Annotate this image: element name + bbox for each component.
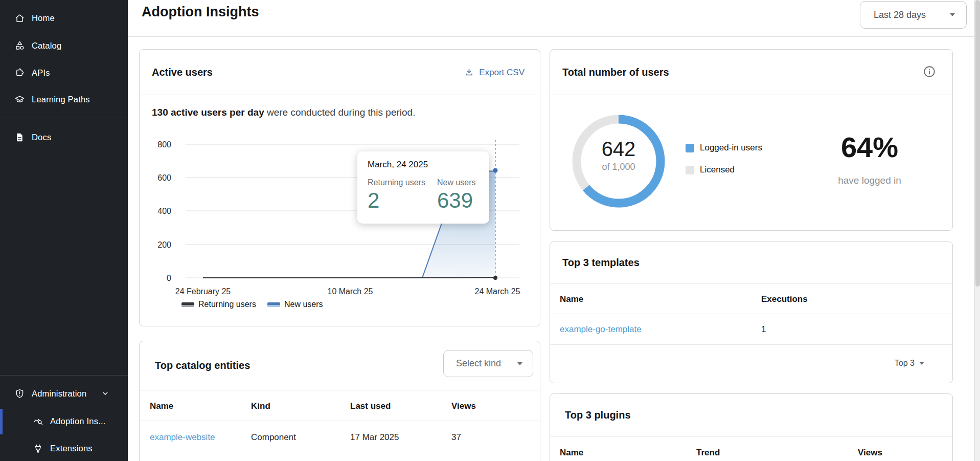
sidebar-item-label: Learning Paths	[32, 95, 90, 104]
tooltip-new-users: New users 639	[437, 178, 476, 213]
pagination-label: Top 3	[895, 359, 915, 368]
sidebar-item-label: Home	[32, 13, 55, 23]
x-axis-labels: 24 February 25 10 March 25 24 March 25	[175, 287, 520, 296]
entity-views: 37	[451, 432, 461, 443]
svg-text:800: 800	[157, 140, 171, 149]
entity-last-used: 17 Mar 2025	[350, 432, 399, 443]
sidebar-item-docs[interactable]: Docs	[0, 126, 128, 148]
template-executions: 1	[761, 324, 766, 335]
tooltip-value: 639	[437, 188, 476, 213]
row-divider	[140, 452, 540, 452]
svg-text:24 February 25: 24 February 25	[175, 287, 231, 296]
select-caret-icon	[950, 13, 955, 16]
sidebar-item-extensions[interactable]: Extensions	[0, 437, 128, 459]
info-icon[interactable]	[923, 65, 936, 78]
sidebar-item-label: Extensions	[50, 444, 93, 453]
select-caret-icon	[919, 362, 924, 365]
sidebar-item-apis[interactable]: APIs	[0, 61, 128, 84]
card-header: Top 3 templates	[550, 242, 952, 283]
sidebar-item-label: Docs	[32, 133, 51, 142]
page-title: Adoption Insights	[142, 4, 259, 20]
apis-icon	[14, 68, 25, 78]
column-header-kind: Kind	[251, 401, 270, 411]
entity-link[interactable]: example-website	[150, 432, 215, 443]
column-header-name: Name	[560, 448, 583, 458]
legend-label: Logged-in users	[700, 143, 762, 153]
column-header-trend: Trend	[696, 448, 720, 458]
tooltip-value: 2	[368, 188, 425, 213]
kind-select-value: Select kind	[456, 358, 501, 369]
svg-text:600: 600	[157, 173, 171, 182]
column-header-name: Name	[150, 401, 173, 411]
plug-icon	[33, 443, 43, 454]
legend-label: Returning users	[198, 300, 256, 309]
row-divider	[550, 344, 952, 345]
column-header-executions: Executions	[761, 294, 808, 304]
pagination-select[interactable]: Top 3	[895, 359, 924, 368]
legend-logged-in-users: Logged-in users	[686, 143, 762, 153]
select-caret-icon	[517, 362, 522, 365]
insights-icon	[33, 416, 43, 427]
column-header-views: Views	[451, 401, 476, 411]
sidebar-item-home[interactable]: Home	[0, 7, 128, 29]
column-header-views: Views	[858, 448, 882, 458]
docs-icon	[14, 132, 25, 143]
svg-text:400: 400	[157, 207, 171, 215]
tooltip-returning-users: Returning users 2	[368, 178, 425, 213]
returning-users-hover-dot	[493, 276, 497, 280]
sidebar-item-label: Catalog	[32, 41, 61, 51]
catalog-icon	[14, 40, 25, 51]
chevron-down-icon[interactable]	[101, 389, 110, 398]
legend-label: New users	[284, 300, 323, 309]
template-link[interactable]: example-go-template	[560, 324, 642, 335]
svg-text:24 March 25: 24 March 25	[475, 287, 520, 296]
date-range-select[interactable]: Last 28 days	[860, 1, 967, 29]
top-templates-card: Top 3 templates Name Executions example-…	[550, 242, 953, 383]
card-header: Total number of users	[550, 50, 952, 95]
svg-text:200: 200	[157, 240, 171, 249]
sidebar-item-adoption-insights[interactable]: Adoption Ins...	[0, 410, 128, 432]
total-users-card: Total number of users 642 of 1,000 Logge…	[550, 49, 953, 231]
sidebar: Home Catalog APIs Learning Paths Docs Ad…	[0, 0, 128, 461]
tooltip-label: Returning users	[368, 178, 425, 187]
svg-text:0: 0	[167, 274, 171, 282]
percent-summary: 64% have logged in	[806, 130, 933, 186]
new-users-swatch	[267, 302, 280, 307]
sidebar-item-label: APIs	[32, 68, 50, 78]
sidebar-item-catalog[interactable]: Catalog	[0, 34, 128, 57]
tooltip-label: New users	[437, 178, 476, 187]
percent-value: 64%	[806, 130, 933, 164]
card-header: Top 3 plugins	[550, 394, 952, 436]
entity-kind: Component	[251, 432, 296, 443]
kind-select[interactable]: Select kind	[443, 350, 533, 377]
shield-icon	[14, 388, 25, 399]
returning-users-line	[203, 277, 495, 278]
top-plugins-card: Top 3 plugins Name Trend Views	[550, 393, 953, 461]
sidebar-item-label: Administration	[32, 389, 86, 399]
card-title: Top 3 plugins	[565, 409, 631, 421]
chart-tooltip: March, 24 2025 Returning users 2 New use…	[357, 151, 489, 224]
sidebar-item-learning-paths[interactable]: Learning Paths	[0, 88, 128, 111]
y-axis-labels: 800 600 400 200 0	[157, 140, 171, 282]
card-title: Total number of users	[562, 67, 669, 78]
card-title: Top 3 templates	[562, 257, 640, 269]
legend-label: Licensed	[700, 165, 735, 175]
card-title: Top catalog entities	[155, 360, 250, 371]
legend-swatch	[686, 166, 694, 174]
date-range-value: Last 28 days	[874, 10, 926, 20]
tooltip-date: March, 24 2025	[368, 160, 428, 170]
top-catalog-entities-card: Top catalog entities Select kind Name Ki…	[139, 341, 540, 461]
scrollbar-thumb[interactable]	[975, 0, 980, 287]
home-icon	[14, 13, 25, 24]
new-users-hover-dot	[493, 168, 498, 173]
header-divider	[128, 36, 974, 37]
active-users-card: Active users Export CSV 130 active users…	[139, 49, 540, 326]
donut-caption: of 1,000	[567, 162, 670, 172]
legend-licensed: Licensed	[686, 165, 735, 175]
scrollbar[interactable]	[974, 0, 980, 461]
sidebar-item-label: Adoption Ins...	[50, 416, 106, 426]
chart-legend: Returning users New users	[181, 299, 323, 310]
sidebar-item-administration[interactable]: Administration	[0, 382, 128, 405]
column-header-name: Name	[560, 294, 583, 304]
donut-chart: 642 of 1,000	[567, 110, 670, 212]
